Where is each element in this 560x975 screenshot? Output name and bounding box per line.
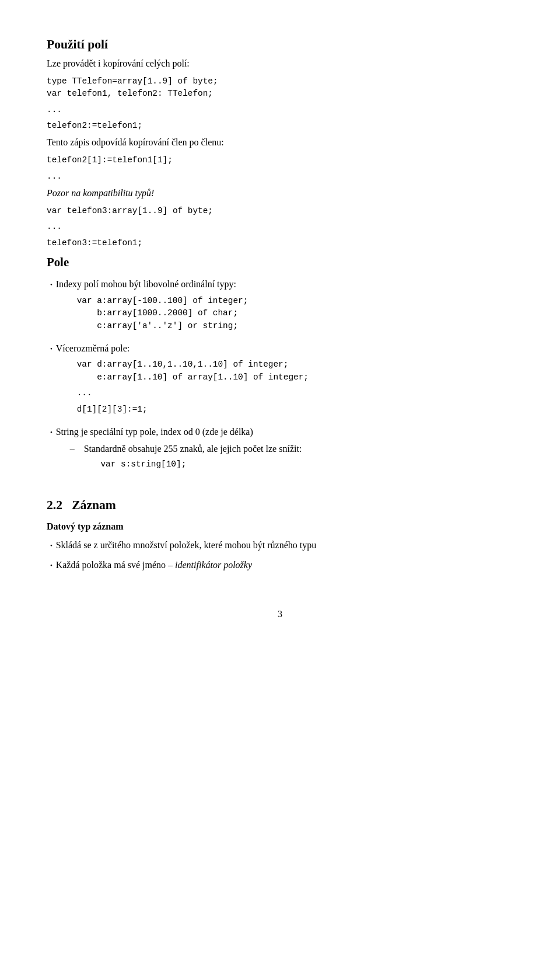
dash-symbol-1: –	[70, 442, 84, 456]
code-block-5: d[1][2][3]:=1;	[77, 403, 513, 416]
pole-heading: Pole	[47, 253, 513, 271]
bullet-symbol-3: •	[47, 425, 56, 437]
zaznam-bullet-list: • Skládá se z určitého množství položek,…	[47, 538, 513, 572]
bullet-item-4: • Skládá se z určitého množství položek,…	[47, 538, 513, 552]
section-22-heading: 2.2 Záznam	[47, 496, 513, 514]
code-block-4: telefon3:=telefon1;	[47, 237, 513, 250]
ellipsis-2: ...	[47, 170, 513, 183]
bullet-5-text-italic: identifikátor položky	[175, 560, 252, 570]
pole-bullet-list: • Indexy polí mohou být libovolné ordiná…	[47, 277, 513, 477]
code-assignment-1: telefon2:=telefon1;	[47, 120, 513, 133]
bullet-2-code: var d:array[1..10,1..10,1..10] of intege…	[77, 358, 513, 384]
section-22-number: 2.2	[47, 498, 62, 512]
ellipsis-4: ...	[77, 387, 513, 400]
bullet-item-3: • String je speciální typ pole, index od…	[47, 425, 513, 477]
bullet-content-4: Skládá se z určitého množství položek, k…	[56, 538, 513, 552]
bullet-symbol-4: •	[47, 538, 56, 551]
bullet-content-2: Vícerozměrná pole: var d:array[1..10,1..…	[56, 342, 513, 419]
bullet-item-2: • Vícerozměrná pole: var d:array[1..10,1…	[47, 342, 513, 419]
sub-list-1: – Standardně obsahuje 255 znaků, ale jej…	[70, 442, 513, 475]
ellipsis-3: ...	[47, 221, 513, 234]
bullet-2-text: Vícerozměrná pole:	[56, 343, 130, 353]
bullet-content-1: Indexy polí mohou být libovolné ordináln…	[56, 277, 513, 336]
bullet-1-text: Indexy polí mohou být libovolné ordináln…	[56, 279, 236, 289]
bullet-3-text: String je speciální typ pole, index od 0…	[56, 427, 253, 437]
sub-content-1: Standardně obsahuje 255 znaků, ale jejic…	[84, 442, 513, 475]
code-block-2: telefon2[1]:=telefon1[1];	[47, 154, 513, 167]
bullet-item-5: • Každá položka má své jméno – identifik…	[47, 558, 513, 572]
bullet-symbol-5: •	[47, 558, 56, 570]
ellipsis-1: ...	[47, 104, 513, 117]
sub-1-code: var s:string[10];	[100, 458, 513, 471]
bullet-5-text-part1: Každá položka má své jméno –	[56, 560, 175, 570]
datovy-heading: Datový typ záznam	[47, 520, 513, 534]
bullet-content-5: Každá položka má své jméno – identifikát…	[56, 558, 513, 572]
bullet-content-3: String je speciální typ pole, index od 0…	[56, 425, 513, 477]
page-number-area: 3	[47, 607, 513, 621]
code-block-1: type TTelefon=array[1..9] of byte; var t…	[47, 75, 513, 100]
intro-text: Lze provádět i kopírování celých polí:	[47, 57, 513, 71]
bullet-4-text: Skládá se z určitého množství položek, k…	[56, 540, 317, 550]
copy-description: Tento zápis odpovídá kopírování člen po …	[47, 135, 513, 149]
bullet-item-1: • Indexy polí mohou být libovolné ordiná…	[47, 277, 513, 336]
section-2-2: 2.2 Záznam Datový typ záznam • Skládá se…	[47, 496, 513, 572]
sub-item-1: – Standardně obsahuje 255 znaků, ale jej…	[70, 442, 513, 475]
warning-text: Pozor na kompatibilitu typů!	[47, 186, 513, 200]
code-block-3: var telefon3:array[1..9] of byte;	[47, 205, 513, 218]
main-heading: Použití polí	[47, 35, 513, 54]
page-number: 3	[278, 609, 282, 619]
sub-1-text: Standardně obsahuje 255 znaků, ale jejic…	[84, 444, 302, 454]
page-content: Použití polí Lze provádět i kopírování c…	[47, 35, 513, 621]
bullet-symbol-1: •	[47, 277, 56, 290]
bullet-1-code: var a:array[-100..100] of integer; b:arr…	[77, 295, 513, 333]
bullet-symbol-2: •	[47, 342, 56, 354]
section-22-title: Záznam	[72, 498, 116, 512]
